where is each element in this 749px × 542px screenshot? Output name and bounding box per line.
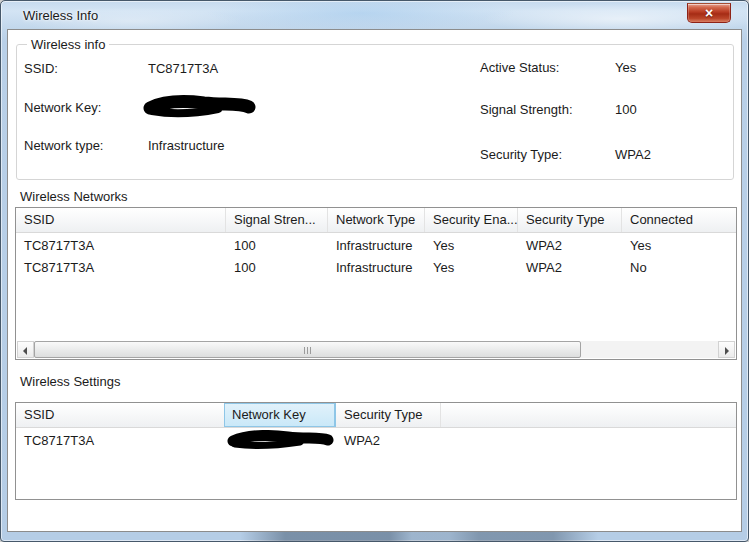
- security-type-value: WPA2: [615, 147, 651, 162]
- close-button[interactable]: ×: [687, 3, 731, 23]
- header-filler: [441, 403, 736, 427]
- scrollbar-grip-icon: [304, 347, 312, 354]
- col-header-security-type[interactable]: Security Type: [336, 403, 441, 427]
- ssid-label: SSID:: [24, 61, 58, 76]
- scroll-right-button[interactable]: [718, 341, 735, 358]
- signal-strength-label: Signal Strength:: [480, 102, 573, 117]
- arrow-right-icon: [725, 347, 729, 355]
- cell-connected: No: [622, 257, 736, 279]
- cell-filler: [441, 430, 736, 452]
- network-type-value: Infrastructure: [148, 138, 225, 153]
- redacted-network-key-scribble: [140, 93, 258, 121]
- network-row-2[interactable]: TC8717T3A 100 Infrastructure Yes WPA2 No: [16, 257, 736, 279]
- col-header-signal-strength[interactable]: Signal Stren...: [226, 208, 328, 232]
- col-header-network-key-selected[interactable]: Network Key: [224, 403, 336, 427]
- cell-security-type: WPA2: [518, 235, 622, 257]
- col-header-security-type[interactable]: Security Type: [518, 208, 622, 232]
- scrollbar-thumb[interactable]: [34, 341, 581, 358]
- active-status-label: Active Status:: [480, 60, 559, 75]
- cell-signal-strength: 100: [226, 235, 328, 257]
- col-header-ssid[interactable]: SSID: [16, 403, 224, 427]
- wireless-settings-table: SSID Network Key Security Type TC8717T3A…: [15, 402, 737, 500]
- network-row-1[interactable]: TC8717T3A 100 Infrastructure Yes WPA2 Ye…: [16, 235, 736, 257]
- col-header-network-type[interactable]: Network Type: [328, 208, 425, 232]
- wireless-settings-title: Wireless Settings: [20, 374, 120, 389]
- ssid-value: TC8717T3A: [148, 61, 218, 76]
- cell-network-key-redacted: [224, 430, 336, 452]
- col-header-ssid[interactable]: SSID: [16, 208, 226, 232]
- network-key-label: Network Key:: [24, 100, 101, 115]
- close-icon: ×: [705, 5, 713, 21]
- window-title: Wireless Info: [23, 8, 98, 23]
- cell-connected: Yes: [622, 235, 736, 257]
- cell-security-enabled: Yes: [425, 235, 518, 257]
- wireless-info-groupbox: Wireless info SSID: TC8717T3A Network Ke…: [16, 44, 734, 180]
- cell-security-enabled: Yes: [425, 257, 518, 279]
- groupbox-legend: Wireless info: [27, 37, 109, 52]
- dialog-body: Wireless info SSID: TC8717T3A Network Ke…: [7, 29, 742, 532]
- col-header-connected[interactable]: Connected: [622, 208, 736, 232]
- cell-signal-strength: 100: [226, 257, 328, 279]
- signal-strength-value: 100: [615, 102, 637, 117]
- networks-header-row: SSID Signal Stren... Network Type Securi…: [16, 208, 736, 233]
- cell-ssid: TC8717T3A: [16, 430, 224, 452]
- horizontal-scrollbar[interactable]: [17, 341, 735, 358]
- cell-network-type: Infrastructure: [328, 235, 425, 257]
- cell-ssid: TC8717T3A: [16, 235, 226, 257]
- active-status-value: Yes: [615, 60, 636, 75]
- wireless-networks-table: SSID Signal Stren... Network Type Securi…: [15, 207, 737, 360]
- settings-row-1[interactable]: TC8717T3A WPA2: [16, 430, 736, 452]
- arrow-left-icon: [23, 347, 27, 355]
- network-type-label: Network type:: [24, 138, 103, 153]
- cell-security-type: WPA2: [518, 257, 622, 279]
- cell-security-type: WPA2: [336, 430, 441, 452]
- settings-header-row: SSID Network Key Security Type: [16, 403, 736, 428]
- col-header-security-enabled[interactable]: Security Ena...: [425, 208, 518, 232]
- scroll-left-button[interactable]: [17, 341, 34, 358]
- cell-network-type: Infrastructure: [328, 257, 425, 279]
- titlebar[interactable]: Wireless Info ×: [1, 1, 748, 30]
- security-type-label: Security Type:: [480, 147, 562, 162]
- redacted-network-key-scribble: [224, 430, 336, 452]
- wireless-networks-title: Wireless Networks: [20, 189, 128, 204]
- wireless-info-window: Wireless Info × Wireless info SSID: TC87…: [0, 0, 749, 542]
- cell-ssid: TC8717T3A: [16, 257, 226, 279]
